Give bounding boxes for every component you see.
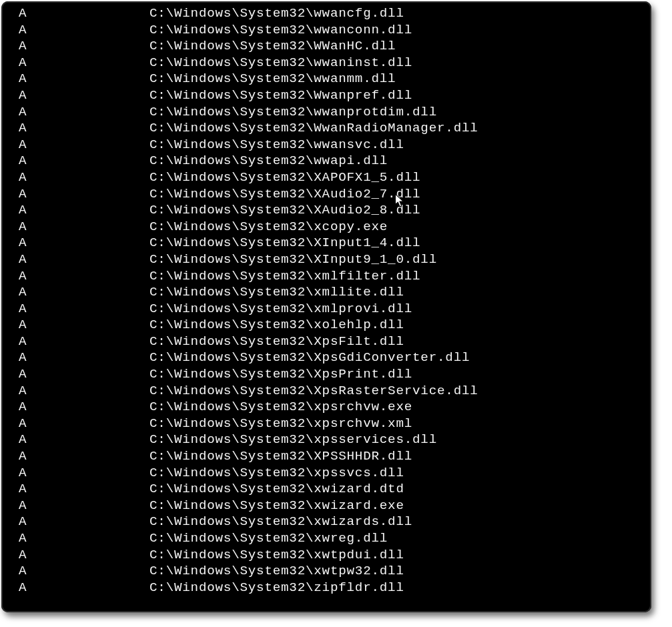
file-path: C:\Windows\System32\XAudio2_7.dll <box>149 186 420 203</box>
file-path: C:\Windows\System32\xpsrchvw.exe <box>149 399 412 416</box>
file-path: C:\Windows\System32\xmlprovi.dll <box>149 301 412 318</box>
file-path: C:\Windows\System32\zipfldr.dll <box>149 580 404 596</box>
file-attribute: A <box>19 563 149 580</box>
file-path: C:\Windows\System32\xolehlp.dll <box>149 317 404 334</box>
file-path: C:\Windows\System32\wwanprotdim.dll <box>149 104 437 121</box>
file-attribute: A <box>19 87 149 104</box>
file-attribute: A <box>19 22 149 39</box>
output-row: AC:\Windows\System32\wwanmm.dll <box>19 71 638 87</box>
file-attribute: A <box>19 38 149 55</box>
file-attribute: A <box>19 580 149 596</box>
file-attribute: A <box>19 366 149 383</box>
file-path: C:\Windows\System32\wwapi.dll <box>149 153 388 169</box>
file-path: C:\Windows\System32\WwanRadioManager.dll <box>149 120 478 137</box>
file-path: C:\Windows\System32\xwtpdui.dll <box>149 547 404 564</box>
file-attribute: A <box>19 547 149 564</box>
file-attribute: A <box>19 55 149 71</box>
file-path: C:\Windows\System32\xwizard.dtd <box>149 481 404 498</box>
file-path: C:\Windows\System32\WWanHC.dll <box>149 38 396 55</box>
output-row: AC:\Windows\System32\wwanconn.dll <box>19 22 638 39</box>
file-path: C:\Windows\System32\XAudio2_8.dll <box>149 202 420 219</box>
output-row: AC:\Windows\System32\xcopy.exe <box>19 219 638 235</box>
output-row: AC:\Windows\System32\XAudio2_7.dll <box>19 186 638 203</box>
output-row: AC:\Windows\System32\xmllite.dll <box>19 284 638 301</box>
output-row: AC:\Windows\System32\xwizard.dtd <box>19 481 638 498</box>
file-attribute: A <box>19 219 149 235</box>
file-path: C:\Windows\System32\wwancfg.dll <box>149 5 404 22</box>
file-attribute: A <box>19 416 149 432</box>
file-attribute: A <box>19 235 149 251</box>
file-attribute: A <box>19 104 149 121</box>
file-path: C:\Windows\System32\wwaninst.dll <box>149 55 412 71</box>
output-row: AC:\Windows\System32\wwansvc.dll <box>19 137 638 153</box>
terminal-window[interactable]: AC:\Windows\System32\wwancfg.dllAC:\Wind… <box>1 1 651 612</box>
output-row: AC:\Windows\System32\xpsservices.dll <box>19 432 638 448</box>
file-attribute: A <box>19 334 149 350</box>
output-row: AC:\Windows\System32\xolehlp.dll <box>19 317 638 334</box>
output-row: AC:\Windows\System32\XAudio2_8.dll <box>19 202 638 219</box>
output-row: AC:\Windows\System32\xwizard.exe <box>19 498 638 514</box>
output-row: AC:\Windows\System32\xwtpdui.dll <box>19 547 638 564</box>
output-row: AC:\Windows\System32\xwizards.dll <box>19 514 638 530</box>
output-row: AC:\Windows\System32\wwaninst.dll <box>19 55 638 71</box>
output-row: AC:\Windows\System32\WWanHC.dll <box>19 38 638 55</box>
terminal-output[interactable]: AC:\Windows\System32\wwancfg.dllAC:\Wind… <box>19 5 638 612</box>
file-attribute: A <box>19 202 149 219</box>
file-attribute: A <box>19 284 149 301</box>
file-path: C:\Windows\System32\xmllite.dll <box>149 284 404 301</box>
file-path: C:\Windows\System32\XpsGdiConverter.dll <box>149 350 470 366</box>
output-row: AC:\Windows\System32\Wwanpref.dll <box>19 87 638 104</box>
file-attribute: A <box>19 481 149 498</box>
output-row: AC:\Windows\System32\xmlfilter.dll <box>19 268 638 285</box>
file-attribute: A <box>19 268 149 285</box>
file-path: C:\Windows\System32\wwanmm.dll <box>149 71 396 87</box>
output-row: AC:\Windows\System32\WwanRadioManager.dl… <box>19 120 638 137</box>
file-path: C:\Windows\System32\xwizards.dll <box>149 514 412 530</box>
file-path: C:\Windows\System32\xwtpw32.dll <box>149 563 404 580</box>
file-attribute: A <box>19 399 149 416</box>
file-path: C:\Windows\System32\xpsservices.dll <box>149 432 437 448</box>
file-path: C:\Windows\System32\xmlfilter.dll <box>149 268 420 285</box>
file-attribute: A <box>19 71 149 87</box>
output-row: AC:\Windows\System32\xpsrchvw.exe <box>19 399 638 416</box>
file-path: C:\Windows\System32\XpsRasterService.dll <box>149 383 478 400</box>
file-attribute: A <box>19 301 149 318</box>
file-attribute: A <box>19 317 149 334</box>
file-attribute: A <box>19 153 149 169</box>
file-path: C:\Windows\System32\xpsrchvw.xml <box>149 416 412 432</box>
blank-line <box>19 596 638 612</box>
file-path: C:\Windows\System32\xpssvcs.dll <box>149 465 404 482</box>
file-path: C:\Windows\System32\wwansvc.dll <box>149 137 404 153</box>
output-row: AC:\Windows\System32\XpsGdiConverter.dll <box>19 350 638 366</box>
file-attribute: A <box>19 498 149 514</box>
output-row: AC:\Windows\System32\wwapi.dll <box>19 153 638 169</box>
file-path: C:\Windows\System32\xcopy.exe <box>149 219 388 235</box>
output-row: AC:\Windows\System32\XpsPrint.dll <box>19 366 638 383</box>
file-attribute: A <box>19 465 149 482</box>
file-attribute: A <box>19 350 149 366</box>
file-attribute: A <box>19 186 149 203</box>
output-row: AC:\Windows\System32\XAPOFX1_5.dll <box>19 169 638 186</box>
file-attribute: A <box>19 514 149 530</box>
file-attribute: A <box>19 137 149 153</box>
output-row: AC:\Windows\System32\XPSSHHDR.dll <box>19 448 638 465</box>
output-row: AC:\Windows\System32\xpssvcs.dll <box>19 465 638 482</box>
file-path: C:\Windows\System32\Wwanpref.dll <box>149 87 412 104</box>
file-attribute: A <box>19 251 149 268</box>
file-path: C:\Windows\System32\XPSSHHDR.dll <box>149 448 412 465</box>
output-row: AC:\Windows\System32\wwanprotdim.dll <box>19 104 638 121</box>
file-attribute: A <box>19 5 149 22</box>
file-path: C:\Windows\System32\XInput9_1_0.dll <box>149 251 437 268</box>
file-path: C:\Windows\System32\XAPOFX1_5.dll <box>149 169 420 186</box>
file-path: C:\Windows\System32\XInput1_4.dll <box>149 235 420 251</box>
output-row: AC:\Windows\System32\XInput9_1_0.dll <box>19 251 638 268</box>
file-path: C:\Windows\System32\XpsPrint.dll <box>149 366 412 383</box>
file-attribute: A <box>19 432 149 448</box>
file-path: C:\Windows\System32\xwizard.exe <box>149 498 404 514</box>
output-row: AC:\Windows\System32\XpsFilt.dll <box>19 334 638 350</box>
file-path: C:\Windows\System32\wwanconn.dll <box>149 22 412 39</box>
output-row: AC:\Windows\System32\xwtpw32.dll <box>19 563 638 580</box>
output-row: AC:\Windows\System32\XInput1_4.dll <box>19 235 638 251</box>
file-attribute: A <box>19 448 149 465</box>
output-row: AC:\Windows\System32\wwancfg.dll <box>19 5 638 22</box>
